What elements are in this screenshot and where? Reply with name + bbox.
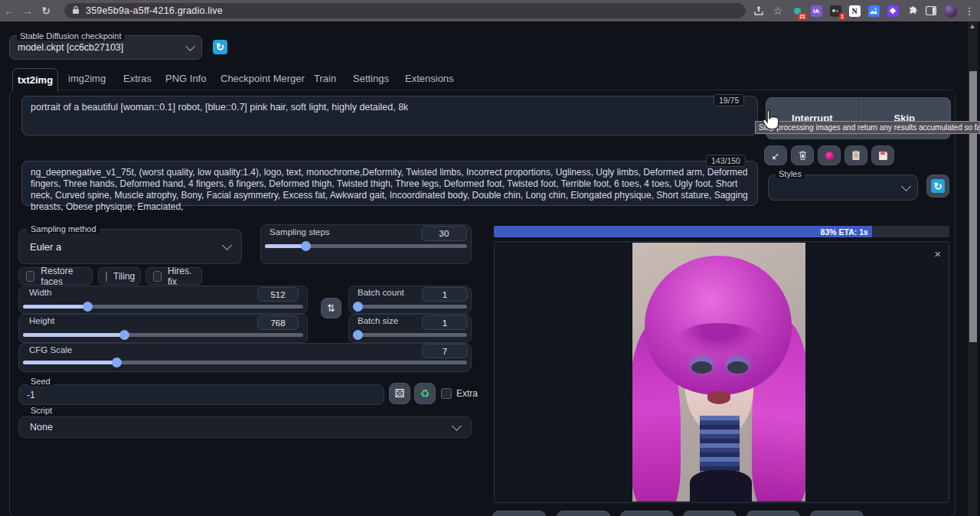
clipboard-icon bbox=[851, 150, 861, 161]
preview-image[interactable] bbox=[632, 243, 805, 501]
result-action-button[interactable] bbox=[810, 511, 864, 516]
prompt-tool-buttons: ↙ bbox=[764, 145, 894, 165]
slider-handle[interactable] bbox=[112, 358, 122, 367]
restore-faces-checkbox[interactable] bbox=[26, 271, 34, 282]
width-input[interactable]: 512 bbox=[257, 287, 299, 302]
batch-count-slider[interactable] bbox=[353, 305, 467, 309]
seed-value: -1 bbox=[27, 390, 35, 400]
recycle-icon: ♻ bbox=[420, 387, 430, 400]
cfg-block bbox=[18, 343, 472, 372]
ext-camera-icon[interactable]: 1 bbox=[828, 4, 842, 18]
ext-ia-icon[interactable]: IA bbox=[809, 4, 823, 18]
script-dropdown[interactable]: None bbox=[18, 416, 472, 438]
checkpoint-label: Stable Diffusion checkpoint bbox=[17, 31, 125, 41]
sampling-method-dropdown[interactable]: Euler a bbox=[18, 229, 242, 264]
restore-faces-label: Restore faces bbox=[41, 266, 85, 287]
ext-notion-icon[interactable]: N bbox=[848, 4, 861, 18]
checkpoint-refresh-button[interactable]: ↻ bbox=[213, 40, 227, 54]
cfg-scale-input[interactable]: 7 bbox=[422, 344, 468, 358]
slider-handle[interactable] bbox=[353, 330, 363, 340]
profile-avatar[interactable] bbox=[943, 4, 957, 18]
ext-purple-icon[interactable] bbox=[886, 4, 900, 18]
result-action-button[interactable] bbox=[492, 511, 546, 516]
tab-checkpoint-merger[interactable]: Checkpoint Merger bbox=[220, 73, 305, 84]
swap-dimensions-button[interactable]: ⇅ bbox=[321, 298, 341, 318]
batch-count-input[interactable]: 1 bbox=[422, 287, 468, 302]
cfg-scale-slider[interactable] bbox=[23, 361, 467, 364]
result-action-button[interactable] bbox=[557, 511, 610, 516]
seed-extra-checkbox[interactable] bbox=[441, 388, 452, 399]
reload-icon[interactable]: ↻ bbox=[37, 5, 55, 17]
back-icon[interactable]: ← bbox=[0, 5, 18, 17]
browser-menu-icon[interactable]: ⋮ bbox=[962, 4, 976, 18]
prompt-textarea[interactable]: portrait of a beautiful [woman::0.1] rob… bbox=[21, 96, 758, 136]
tab-extensions[interactable]: Extensions bbox=[405, 73, 454, 84]
height-input[interactable]: 768 bbox=[257, 315, 299, 330]
negative-token-counter: 143/150 bbox=[706, 155, 746, 167]
tab-png-info[interactable]: PNG Info bbox=[165, 73, 206, 84]
width-slider[interactable] bbox=[23, 305, 303, 309]
random-seed-button[interactable]: ⚄ bbox=[389, 383, 410, 404]
tab-img2img[interactable]: img2img bbox=[68, 73, 106, 84]
cfg-scale-label: CFG Scale bbox=[29, 345, 72, 354]
reuse-seed-button[interactable]: ♻ bbox=[414, 383, 436, 404]
styles-label: Styles bbox=[776, 169, 805, 178]
chevron-down-icon bbox=[222, 240, 232, 250]
stable-diffusion-webui-screen: ← → ↻ 359e5b9a-a5ff-4216.gradio.live ☆ 2… bbox=[0, 0, 980, 516]
height-slider[interactable] bbox=[23, 333, 303, 337]
ext-pin-badge: 21 bbox=[798, 13, 807, 20]
paste-params-button[interactable]: ↙ bbox=[764, 145, 787, 165]
side-panel-icon[interactable] bbox=[924, 4, 938, 18]
seed-input[interactable]: -1 bbox=[18, 384, 384, 405]
ext-image-icon[interactable] bbox=[867, 4, 880, 18]
styles-refresh-button[interactable]: ↻ bbox=[926, 175, 949, 198]
clear-prompt-button[interactable] bbox=[791, 145, 814, 165]
save-style-button[interactable] bbox=[871, 145, 894, 165]
restore-faces-toggle[interactable]: Restore faces bbox=[18, 267, 93, 285]
chevron-down-icon bbox=[901, 181, 911, 191]
ext-pin-icon[interactable]: 21 bbox=[790, 4, 804, 18]
sampling-steps-slider[interactable] bbox=[265, 244, 467, 248]
extensions-puzzle-icon[interactable] bbox=[905, 4, 919, 18]
swap-arrows-icon: ⇅ bbox=[327, 302, 335, 314]
result-action-button[interactable] bbox=[620, 511, 674, 516]
batch-size-input[interactable]: 1 bbox=[422, 315, 468, 330]
sampling-steps-input[interactable]: 30 bbox=[421, 226, 467, 241]
address-bar[interactable]: 359e5b9a-a5ff-4216.gradio.live bbox=[64, 3, 746, 18]
seed-label: Seed bbox=[28, 377, 54, 386]
tab-settings[interactable]: Settings bbox=[353, 73, 389, 84]
tab-txt2img[interactable]: txt2img bbox=[12, 68, 58, 91]
width-label: Width bbox=[29, 288, 51, 297]
dice-icon: ⚄ bbox=[394, 387, 404, 400]
tab-extras[interactable]: Extras bbox=[123, 73, 152, 84]
apply-style-button[interactable] bbox=[844, 145, 867, 165]
styles-dropdown[interactable] bbox=[768, 175, 918, 201]
close-icon[interactable]: × bbox=[934, 248, 941, 260]
result-gallery: × bbox=[494, 241, 949, 503]
sampling-method-label: Sampling method bbox=[28, 224, 100, 234]
batch-size-slider[interactable] bbox=[353, 333, 467, 337]
page-scrollbar[interactable] bbox=[968, 21, 978, 516]
slider-handle[interactable] bbox=[353, 302, 363, 312]
negative-prompt-textarea[interactable]: ng_deepnegative_v1_75t, (worst quality, … bbox=[21, 161, 758, 206]
chevron-down-icon bbox=[185, 41, 195, 51]
result-action-button[interactable] bbox=[683, 511, 737, 516]
result-action-button[interactable] bbox=[746, 511, 800, 516]
prompt-token-counter: 19/75 bbox=[714, 94, 744, 106]
scrollbar-thumb[interactable] bbox=[969, 71, 977, 342]
forward-icon[interactable]: → bbox=[18, 5, 37, 17]
script-value: None bbox=[30, 422, 53, 433]
tiling-toggle[interactable]: Tiling bbox=[98, 267, 141, 285]
checkpoint-value: model.ckpt [cc6cb27103] bbox=[18, 42, 123, 53]
hires-fix-checkbox[interactable] bbox=[153, 271, 162, 282]
share-icon[interactable] bbox=[752, 4, 766, 18]
slider-handle[interactable] bbox=[119, 330, 129, 340]
slider-handle[interactable] bbox=[301, 241, 311, 251]
scroll-up-icon[interactable] bbox=[970, 24, 975, 28]
bookmark-star-icon[interactable]: ☆ bbox=[771, 4, 785, 18]
extra-networks-button[interactable] bbox=[818, 145, 841, 165]
hires-fix-toggle[interactable]: Hires. fix bbox=[145, 267, 202, 285]
floppy-disk-icon bbox=[878, 151, 888, 161]
tiling-checkbox[interactable] bbox=[106, 271, 107, 282]
tab-train[interactable]: Train bbox=[314, 73, 336, 84]
